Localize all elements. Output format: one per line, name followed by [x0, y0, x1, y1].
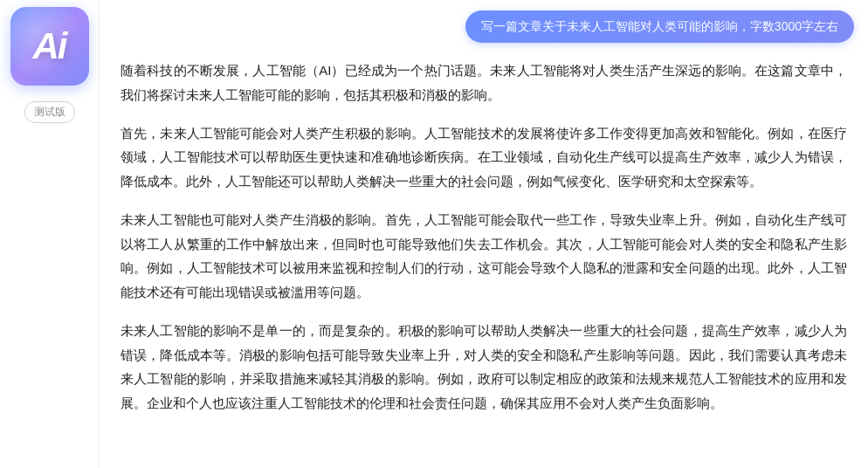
- logo-container: Ai: [10, 7, 89, 86]
- article-paragraph-1: 随着科技的不断发展，人工智能（AI）已经成为一个热门话题。未来人工智能将对人类生…: [121, 58, 847, 107]
- article-paragraph-4: 未来人工智能的影响不是单一的，而是复杂的。积极的影响可以帮助人类解决一些重大的社…: [121, 319, 847, 416]
- prompt-bubble: 写一篇文章关于未来人工智能对人类可能的影响，字数3000字左右: [465, 10, 854, 43]
- prompt-bar: 写一篇文章关于未来人工智能对人类可能的影响，字数3000字左右: [100, 0, 868, 52]
- sidebar: Ai 测试版: [0, 0, 100, 468]
- article-paragraph-2: 首先，未来人工智能可能会对人类产生积极的影响。人工智能技术的发展将使许多工作变得…: [121, 121, 847, 194]
- app-container: Ai 测试版 写一篇文章关于未来人工智能对人类可能的影响，字数3000字左右 随…: [0, 0, 868, 468]
- article-paragraph-3: 未来人工智能也可能对人类产生消极的影响。首先，人工智能可能会取代一些工作，导致失…: [121, 208, 847, 305]
- logo-text: Ai: [33, 25, 66, 67]
- main-content: 写一篇文章关于未来人工智能对人类可能的影响，字数3000字左右 随着科技的不断发…: [100, 0, 868, 468]
- article-area[interactable]: 随着科技的不断发展，人工智能（AI）已经成为一个热门话题。未来人工智能将对人类生…: [100, 52, 868, 468]
- version-badge: 测试版: [24, 101, 75, 123]
